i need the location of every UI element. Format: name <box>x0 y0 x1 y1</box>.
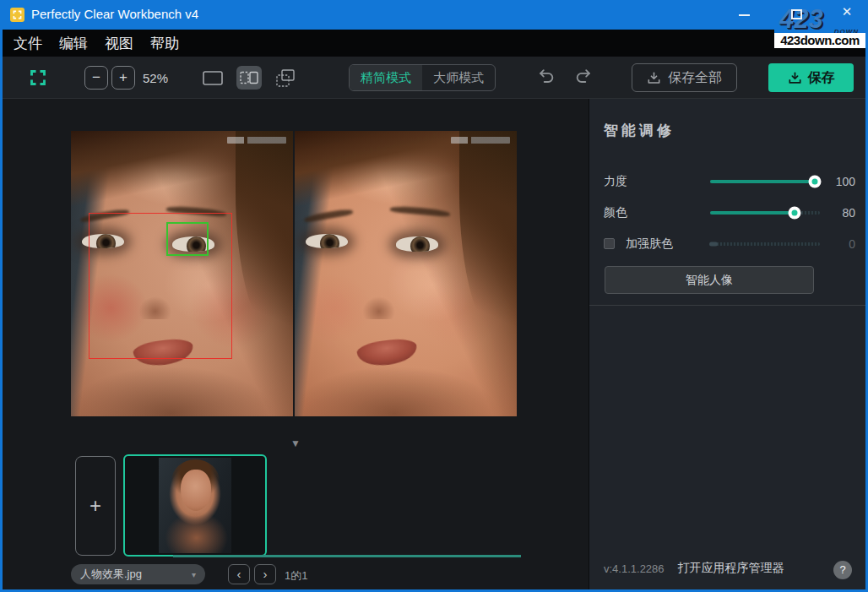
strength-value: 100 <box>827 175 855 188</box>
strength-row: 力度 100 <box>589 166 865 197</box>
zoom-in-button[interactable]: + <box>111 66 135 90</box>
menu-file[interactable]: 文件 <box>14 34 42 53</box>
split-view-button[interactable] <box>236 66 262 90</box>
slider-thumb[interactable] <box>789 206 801 219</box>
photo-watermark <box>451 137 510 144</box>
close-button[interactable]: ✕ <box>840 5 854 19</box>
adjustment-panel: 智能调修 力度 100 颜色 80 <box>589 99 865 589</box>
skin-tone-value: 0 <box>827 237 855 251</box>
single-view-button[interactable] <box>200 66 225 90</box>
help-button[interactable]: ? <box>833 561 852 579</box>
strength-label: 力度 <box>604 174 627 189</box>
undo-icon[interactable] <box>537 68 556 86</box>
next-image-button[interactable]: › <box>254 564 276 584</box>
panel-divider <box>589 305 865 306</box>
maximize-button[interactable] <box>791 9 802 19</box>
download-icon <box>788 71 802 85</box>
window-title: Perfectly Clear Workbench v4 <box>31 7 198 21</box>
download-icon <box>647 71 661 85</box>
minimize-button[interactable] <box>739 14 750 16</box>
thumbnail-photo <box>159 458 231 553</box>
menubar: 文件 编辑 视图 帮助 <box>3 30 865 57</box>
app-icon <box>10 8 24 22</box>
tab-master-mode[interactable]: 大师模式 <box>422 65 495 90</box>
filename-dropdown[interactable]: 人物效果.jpg ▾ <box>71 564 205 584</box>
thumbnail-selected[interactable] <box>123 454 267 557</box>
version-label: v:4.1.1.2286 <box>604 562 665 575</box>
save-label: 保存 <box>808 69 835 87</box>
strength-slider[interactable] <box>710 180 820 183</box>
smart-portrait-button[interactable]: 智能人像 <box>605 266 814 294</box>
panel-footer: v:4.1.1.2286 打开应用程序管理器 ? <box>604 561 855 576</box>
color-slider[interactable] <box>710 211 820 215</box>
skin-tone-slider <box>710 242 820 246</box>
slider-thumb[interactable] <box>808 175 821 187</box>
thumbnail-face-art <box>181 470 211 512</box>
face-detection-rect <box>89 213 232 359</box>
save-all-label: 保存全部 <box>668 69 722 87</box>
slider-fill <box>710 211 795 215</box>
save-button[interactable]: 保存 <box>768 63 854 92</box>
menu-help[interactable]: 帮助 <box>150 34 179 53</box>
image-counter: 1的1 <box>285 568 307 584</box>
after-image[interactable] <box>295 131 517 416</box>
app-window: Perfectly Clear Workbench v4 ✕ 423 DOWN … <box>0 0 868 592</box>
skin-tone-label: 加强肤色 <box>626 236 673 252</box>
color-value: 80 <box>827 206 855 220</box>
menu-view[interactable]: 视图 <box>105 34 133 53</box>
save-all-button[interactable]: 保存全部 <box>632 63 737 92</box>
color-label: 颜色 <box>604 205 627 220</box>
filmstrip-scrollbar[interactable] <box>173 555 521 557</box>
skin-tone-checkbox[interactable] <box>604 238 615 249</box>
add-image-button[interactable]: + <box>75 456 116 556</box>
filename-label: 人物效果.jpg <box>80 567 142 582</box>
tab-simple-mode[interactable]: 精简模式 <box>350 65 422 90</box>
crop-focus-icon[interactable] <box>30 69 46 86</box>
menu-edit[interactable]: 编辑 <box>59 34 88 53</box>
photo-watermark <box>227 137 286 144</box>
slider-rows: 力度 100 颜色 80 加强 <box>589 166 865 259</box>
panel-title: 智能调修 <box>604 121 851 140</box>
collapse-filmstrip-icon[interactable]: ▼ <box>290 437 301 449</box>
slider-thumb <box>709 242 718 246</box>
content: ▼ + 人物效果.jpg ▾ ‹ › 1的1 智能调修 力度 <box>3 99 865 589</box>
redo-icon[interactable] <box>574 68 593 86</box>
mode-toggle: 精简模式 大师模式 <box>349 64 496 91</box>
slider-fill <box>710 180 815 183</box>
zoom-out-button[interactable]: − <box>84 66 108 90</box>
before-image[interactable] <box>71 131 293 416</box>
eye-art <box>396 236 438 252</box>
titlebar: Perfectly Clear Workbench v4 ✕ <box>0 0 868 30</box>
previous-image-button[interactable]: ‹ <box>228 564 250 584</box>
toolbar: − + 52% 精简模式 大师模式 保存全部 保存 <box>3 57 865 99</box>
nose-art <box>352 276 403 319</box>
skin-tone-row: 加强肤色 0 <box>589 228 865 259</box>
eye-art <box>306 234 348 249</box>
compare-view-button[interactable] <box>273 66 298 90</box>
image-canvas: ▼ + 人物效果.jpg ▾ ‹ › 1的1 <box>3 99 589 589</box>
app-manager-link[interactable]: 打开应用程序管理器 <box>678 561 784 576</box>
color-row: 颜色 80 <box>589 197 865 228</box>
eye-detection-rect <box>166 222 209 256</box>
chevron-down-icon: ▾ <box>192 570 196 579</box>
logo-site-text: 423down.com <box>774 33 865 48</box>
zoom-level: 52% <box>143 71 168 85</box>
